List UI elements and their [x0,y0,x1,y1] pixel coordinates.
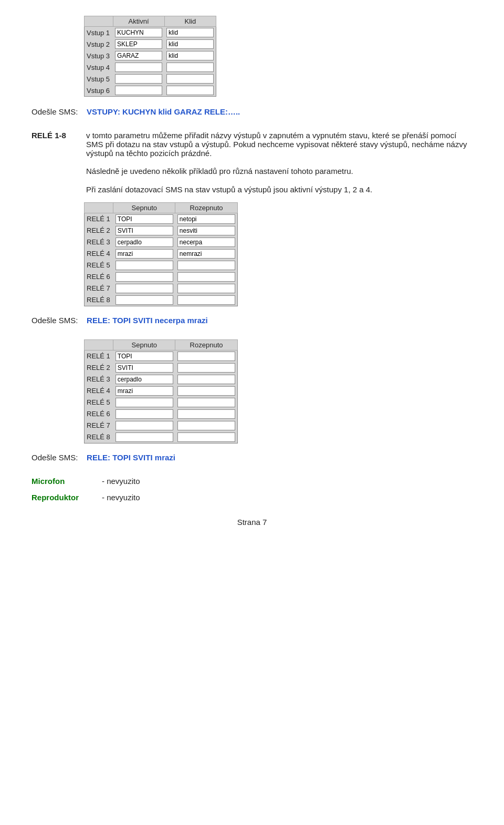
rele2-row-rozepnuto[interactable] [175,385,238,397]
rele1-row-label: RELÉ 4 [85,248,113,260]
rele2-row-sepnuto[interactable] [113,385,175,397]
vstupy-row-klid[interactable] [164,38,216,50]
rele2-input-rozepnuto[interactable] [177,398,235,407]
rele2-row-rozepnuto[interactable] [175,374,238,385]
vstupy-input-aktivni[interactable] [115,63,162,72]
vstupy-row-aktivni[interactable] [113,50,164,61]
vstupy-input-klid[interactable] [166,51,214,60]
rele1-input-sepnuto[interactable] [116,238,173,247]
rele2-row-sepnuto[interactable] [113,374,175,385]
rele1-col-rozepnuto: Rozepnuto [175,202,238,213]
rele2-row-sepnuto[interactable] [113,362,175,374]
rele2-row-rozepnuto[interactable] [175,408,238,420]
vstupy-row-aktivni[interactable] [113,61,164,73]
rele1-input-rozepnuto[interactable] [177,284,235,293]
rele2-row-sepnuto[interactable] [113,431,175,444]
vstupy-row-klid[interactable] [164,85,216,97]
rele1-row-rozepnuto[interactable] [175,283,238,294]
rele2-input-sepnuto[interactable] [116,375,173,384]
rele1-input-rozepnuto[interactable] [177,272,235,282]
rele2-row-rozepnuto[interactable] [175,431,238,444]
vstupy-input-klid[interactable] [166,28,214,37]
rele2-input-sepnuto[interactable] [116,421,173,430]
rele2-row-sepnuto[interactable] [113,397,175,408]
rele1-row-sepnuto[interactable] [113,225,175,236]
rele1-row-sepnuto[interactable] [113,283,175,294]
rele1-input-sepnuto[interactable] [116,272,173,282]
rele2-input-sepnuto[interactable] [116,409,173,419]
rele1-input-rozepnuto[interactable] [177,249,235,259]
page-number: Strana 7 [32,518,472,527]
rele2-input-rozepnuto[interactable] [177,375,235,384]
vstupy-input-klid[interactable] [166,63,214,72]
rele2-input-sepnuto[interactable] [116,398,173,407]
rele1-input-rozepnuto[interactable] [177,295,235,305]
rele1-row: RELÉ 2 [85,225,238,236]
rele2-input-sepnuto[interactable] [116,432,173,442]
rele1-input-sepnuto[interactable] [116,249,173,259]
rele1-input-sepnuto[interactable] [116,295,173,305]
rele1-row-rozepnuto[interactable] [175,225,238,236]
rele2-input-sepnuto[interactable] [116,386,173,396]
rele1-row-rozepnuto[interactable] [175,213,238,225]
rele1-row-sepnuto[interactable] [113,260,175,271]
rele-table-2: Sepnuto Rozepnuto RELÉ 1 RELÉ 2 RELÉ 3 R… [84,339,238,444]
vstupy-row-klid[interactable] [164,27,216,39]
rele2-row-sepnuto[interactable] [113,408,175,420]
rele1-input-sepnuto[interactable] [116,214,173,224]
rele2-row-rozepnuto[interactable] [175,362,238,374]
rele1-col-sepnuto: Sepnuto [113,202,175,213]
rele1-input-rozepnuto[interactable] [177,226,235,235]
rele1-input-sepnuto[interactable] [116,226,173,235]
rele1-input-rozepnuto[interactable] [177,238,235,247]
rele1-input-sepnuto[interactable] [116,261,173,270]
vstupy-input-klid[interactable] [166,39,214,49]
rele1-row-rozepnuto[interactable] [175,248,238,260]
rele2-input-rozepnuto[interactable] [177,386,235,396]
rele2-row-label: RELÉ 3 [85,374,113,385]
rele2-row: RELÉ 6 [85,408,238,420]
vstupy-input-aktivni[interactable] [115,51,162,60]
vstupy-row-aktivni[interactable] [113,27,164,39]
rele2-input-sepnuto[interactable] [116,352,173,361]
rele1-row-rozepnuto[interactable] [175,260,238,271]
rele2-row: RELÉ 8 [85,431,238,444]
rele1-row-label: RELÉ 7 [85,283,113,294]
rele1-row-sepnuto[interactable] [113,248,175,260]
rele2-row-rozepnuto[interactable] [175,420,238,431]
rele2-input-sepnuto[interactable] [116,363,173,373]
vstupy-input-klid[interactable] [166,86,214,95]
vstupy-input-aktivni[interactable] [115,28,162,37]
vstupy-row-klid[interactable] [164,61,216,73]
rele1-row-sepnuto[interactable] [113,213,175,225]
rele2-row-rozepnuto[interactable] [175,350,238,362]
vstupy-input-aktivni[interactable] [115,39,162,49]
vstupy-input-aktivni[interactable] [115,74,162,84]
rele2-row-rozepnuto[interactable] [175,397,238,408]
vstupy-row-klid[interactable] [164,73,216,85]
rele1-row-rozepnuto[interactable] [175,294,238,306]
rele2-input-rozepnuto[interactable] [177,363,235,373]
rele1-row-rozepnuto[interactable] [175,236,238,248]
rele1-input-rozepnuto[interactable] [177,214,235,224]
rele1-row-rozepnuto[interactable] [175,271,238,283]
sms-blue-3: RELE: TOPI SVITI mrazi [87,453,175,462]
rele1-input-sepnuto[interactable] [116,284,173,293]
vstupy-input-aktivni[interactable] [115,86,162,95]
vstupy-row-aktivni[interactable] [113,85,164,97]
rele2-row-sepnuto[interactable] [113,350,175,362]
rele1-input-rozepnuto[interactable] [177,261,235,270]
rele1-row-sepnuto[interactable] [113,271,175,283]
rele2-input-rozepnuto[interactable] [177,409,235,419]
rele1-row-sepnuto[interactable] [113,294,175,306]
vstupy-input-klid[interactable] [166,74,214,84]
rele2-input-rozepnuto[interactable] [177,421,235,430]
vstupy-col-aktivni: Aktivní [113,16,164,27]
rele2-input-rozepnuto[interactable] [177,432,235,442]
vstupy-row-aktivni[interactable] [113,38,164,50]
rele1-row-sepnuto[interactable] [113,236,175,248]
rele2-input-rozepnuto[interactable] [177,352,235,361]
vstupy-row-aktivni[interactable] [113,73,164,85]
vstupy-row-klid[interactable] [164,50,216,61]
rele2-row-sepnuto[interactable] [113,420,175,431]
